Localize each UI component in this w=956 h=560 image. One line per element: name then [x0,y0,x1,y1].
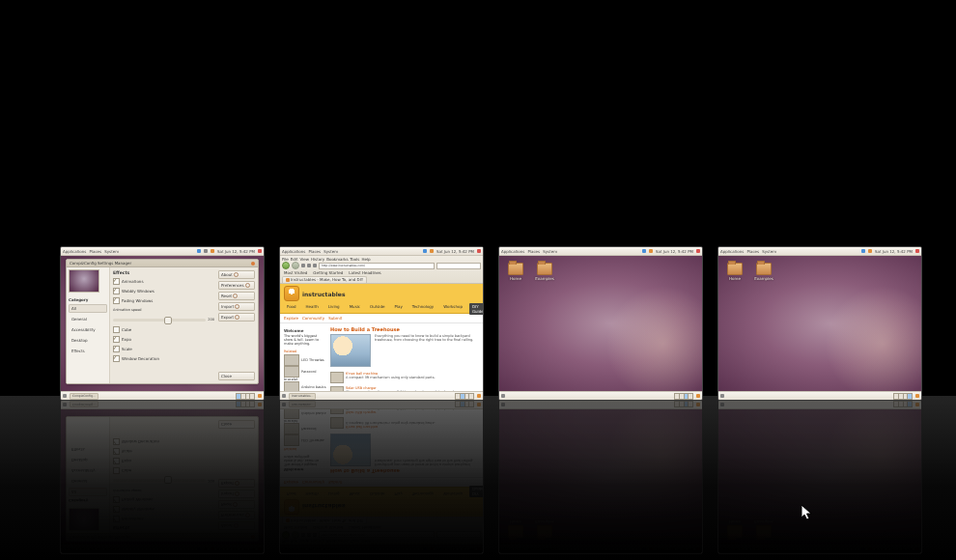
folder-icon [727,525,743,538]
bookmark-item: Getting Started [311,526,345,531]
search-bar [436,263,481,269]
gear-icon [245,283,250,288]
gnome-panel-top: Applications Places System Sat Jun 12, 5… [718,545,921,553]
ccsm-section-heading: Effects [113,270,214,275]
trash-icon [696,394,700,398]
gnome-panel-bottom: CompizConfig… [61,391,264,400]
show-desktop-icon [282,403,286,406]
instructables-brand: instructables [302,504,345,511]
url-bar: http://www.instructables.com/ [319,532,435,539]
reload-icon [301,533,305,537]
desktop-icon-label: Home [505,519,526,524]
checkbox-icon [113,297,120,304]
gear-icon [233,294,238,298]
ccsm-cat-general: General [69,477,107,486]
workspace-2[interactable]: Applications Places System Sat Jun 12, 5… [279,246,484,401]
thumbnail-icon [284,366,299,378]
menu-applications: Applications [501,547,524,552]
instructables-main: How to Build a Treehouse Everything you … [330,326,479,400]
ccsm-plugin-label: Cube [122,469,131,474]
clock: Sat Jun 12, 5:42 PM [217,249,255,254]
workspace-1[interactable]: Applications Places System Sat Jun 12, 5… [60,246,265,401]
clock: Sat Jun 12, 5:42 PM [656,547,693,552]
stop-icon [307,533,311,537]
nav-living: Living [325,486,343,497]
menu-applications: Applications [63,547,86,552]
bookmark-item: Latest Headlines [347,526,382,531]
ccsm-cat-effects: Effects [69,445,107,454]
thumbnail-icon [330,417,344,429]
nav-health: Health [303,303,322,315]
taskbar-task: Instructables… [289,402,316,408]
page-content: instructables Food Health Living Music O… [280,284,483,400]
menu-places: Places [89,249,101,254]
menu-places: Places [89,547,101,552]
feed-blurb: A compact lift mechanism using only stan… [346,376,436,379]
gear-icon [233,502,238,507]
desktop-folder: Home [724,263,745,281]
ff-menu-help: Help [361,540,370,545]
ccsm-button: Reset [218,500,255,509]
subnav-explore: Explore [284,316,298,321]
ff-menu-edit: Edit [291,257,298,262]
checkbox-icon [113,439,120,446]
article-image [330,434,371,466]
instructables-sidebar: Welcome The world's biggest show & tell.… [284,401,326,474]
taskbar-task: CompizConfig… [70,393,98,400]
menu-places: Places [527,249,540,254]
nav-technology: Technology [409,486,436,497]
welcome-heading: Welcome [284,467,326,472]
nav-living: Living [325,303,343,315]
ff-menu-tools: Tools [351,540,360,545]
workspace-pager [674,402,693,408]
gnome-panel-top: Applications Places System Sat Jun 12, 5… [61,247,264,256]
forward-icon [292,531,299,539]
nav-food: Food [284,303,299,315]
desktop-folder: Examples [753,519,774,538]
workspace-3[interactable]: Applications Places System Sat Jun 12, 5… [498,246,703,401]
feed-item: K'nex ball machine A compact lift mechan… [330,372,479,383]
ccsm-close-button: Close [218,420,255,429]
checkbox-icon [113,346,120,352]
ccsm-plugin-label: Wobbly Windows [122,289,155,294]
desktop-icon-label: Home [724,276,745,281]
related-heading: Related [284,350,326,353]
shutdown-icon [915,547,919,551]
checkbox-icon [113,468,120,475]
wallpaper [718,247,921,400]
gnome-panel-top: Applications Places System Sat Jun 12, 5… [499,247,702,256]
show-desktop-icon [282,394,286,398]
messaging-icon [430,249,434,253]
messaging-icon [211,547,214,551]
related-heading: Related [284,447,326,451]
menu-system: System [543,547,557,552]
firefox-toolbar: File Edit View History Bookmarks Tools H… [280,255,483,284]
stop-icon [307,264,311,267]
ccsm-plugin-label: Cube [122,327,131,332]
nm-applet-icon [197,249,201,253]
ccsm-cat-general: General [69,315,107,323]
show-desktop-icon [720,403,724,406]
desktop-folder: Examples [534,263,555,281]
wallpaper [499,401,702,553]
ccsm-slider [113,319,206,322]
back-icon [282,531,290,539]
ccsm-button: Preferences [218,281,255,290]
checkbox-icon [113,278,120,285]
ccsm-plugin-label: Scale [122,450,132,455]
workspace-pager [674,393,693,400]
wallpaper [718,401,921,553]
nav-outside: Outside [367,303,387,315]
ccsm-main: Effects Animations Wobbly Windows Fading… [110,417,258,533]
welcome-heading: Welcome [284,328,326,333]
reload-icon [301,264,305,267]
workspace-4[interactable]: Applications Places System Sat Jun 12, 5… [717,246,922,401]
desktop-icon-label: Home [505,276,526,281]
checkbox-icon [113,326,120,333]
folder-icon [537,525,552,538]
volume-icon [204,249,208,253]
workspace-pager [236,393,255,400]
checkbox-icon [113,497,120,504]
gnome-panel-bottom: Instructables… [280,391,483,400]
nav-outside: Outside [367,486,387,497]
